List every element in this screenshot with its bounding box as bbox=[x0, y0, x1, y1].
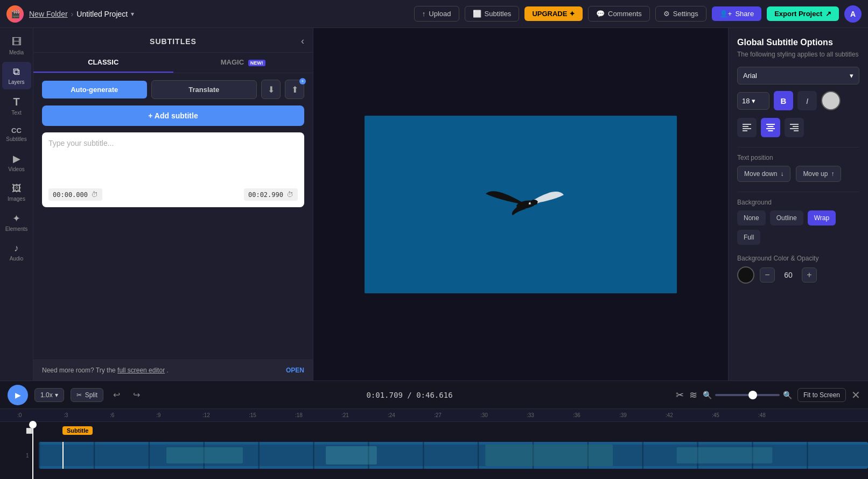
bg-color-opacity-label: Background Color & Opacity bbox=[737, 255, 859, 262]
background-section: Background None Outline Wrap Full bbox=[737, 199, 859, 245]
zoom-in-icon[interactable]: 🔍 bbox=[783, 391, 792, 399]
font-selector[interactable]: Arial ▾ bbox=[737, 67, 859, 84]
time-display: 0:01.709 / 0:46.616 bbox=[150, 391, 669, 399]
zoom-bar: 🔍 🔍 bbox=[703, 391, 792, 399]
redo-button[interactable]: ↪ bbox=[130, 388, 143, 402]
position-row: Move down ↓ Move up ↑ bbox=[737, 166, 859, 182]
timecode-start-icon[interactable]: ⏱ bbox=[91, 191, 98, 199]
upload-icon: ↑ bbox=[422, 10, 426, 18]
tab-magic[interactable]: MAGIC NEW! bbox=[173, 53, 313, 73]
play-button[interactable]: ▶ bbox=[8, 385, 28, 405]
video-track[interactable] bbox=[39, 442, 868, 469]
subtitles-panel: SUBTITLES ‹ CLASSIC MAGIC NEW! Auto-gene… bbox=[33, 28, 313, 381]
settings-button[interactable]: ⚙ Settings bbox=[655, 6, 706, 22]
subtitles-icon: CC bbox=[11, 126, 22, 135]
avatar[interactable]: A bbox=[844, 5, 862, 23]
footer-text: Need more room? Try the full screen edit… bbox=[42, 367, 169, 374]
svg-rect-32 bbox=[166, 447, 243, 463]
svg-rect-8 bbox=[768, 126, 774, 127]
split-icon: ✂ bbox=[76, 391, 82, 399]
zoom-out-icon[interactable]: 🔍 bbox=[703, 391, 712, 399]
comments-button[interactable]: 💬 Comments bbox=[588, 6, 650, 22]
sidebar-item-layers[interactable]: ⧉ Layers bbox=[2, 62, 31, 89]
sidebar-label-layers: Layers bbox=[8, 79, 24, 85]
bg-full-button[interactable]: Full bbox=[737, 230, 760, 245]
bold-button[interactable]: B bbox=[774, 91, 793, 110]
elements-icon: ✦ bbox=[12, 213, 20, 224]
folder-link[interactable]: New Folder bbox=[29, 10, 68, 18]
sidebar-item-media[interactable]: 🎞 Media bbox=[2, 32, 31, 60]
tab-classic[interactable]: CLASSIC bbox=[33, 53, 173, 73]
breadcrumb: New Folder › Untitled Project ▾ bbox=[29, 10, 134, 18]
font-size-selector[interactable]: 18 ▾ bbox=[737, 92, 769, 110]
project-dropdown-chevron[interactable]: ▾ bbox=[131, 10, 134, 18]
import-subtitle-button[interactable]: ⬇ bbox=[261, 80, 281, 99]
text-color-button[interactable] bbox=[821, 91, 841, 110]
subtitles-nav-icon: ⬜ bbox=[473, 10, 481, 18]
ruler-tick: :3 bbox=[64, 409, 110, 421]
close-timeline-button[interactable]: ✕ bbox=[851, 389, 860, 401]
svg-rect-22 bbox=[313, 442, 314, 469]
svg-rect-4 bbox=[743, 126, 748, 127]
bg-outline-button[interactable]: Outline bbox=[770, 210, 803, 226]
export-subtitle-button[interactable]: ⬆ + bbox=[285, 80, 304, 99]
playhead bbox=[62, 442, 64, 469]
zoom-slider[interactable] bbox=[715, 394, 780, 396]
translate-button[interactable]: Translate bbox=[151, 80, 257, 99]
subtitle-text-input[interactable] bbox=[48, 139, 298, 182]
sidebar-item-videos[interactable]: ▶ Videos bbox=[2, 149, 31, 177]
bg-wrap-button[interactable]: Wrap bbox=[808, 210, 836, 226]
ruler-tick: :36 bbox=[573, 409, 619, 421]
subtitles-nav-button[interactable]: ⬜ Subtitles bbox=[465, 6, 520, 22]
align-center-button[interactable] bbox=[761, 118, 780, 137]
sidebar-item-audio[interactable]: ♪ Audio bbox=[2, 238, 31, 266]
move-down-button[interactable]: Move down ↓ bbox=[737, 166, 790, 182]
full-screen-editor-link[interactable]: full screen editor bbox=[117, 367, 165, 374]
upload-icon: ⬆ bbox=[291, 84, 298, 95]
svg-rect-13 bbox=[790, 128, 799, 129]
waveform-icon[interactable]: ≋ bbox=[689, 389, 697, 401]
scissors-icon[interactable]: ✂ bbox=[676, 389, 684, 401]
subtitle-timecodes: 00:00.000 ⏱ 00:02.990 ⏱ bbox=[48, 188, 298, 201]
svg-rect-7 bbox=[766, 124, 775, 125]
audio-icon: ♪ bbox=[14, 243, 19, 254]
upgrade-button[interactable]: UPGRADE ✦ bbox=[524, 6, 583, 21]
svg-rect-34 bbox=[485, 445, 613, 466]
sidebar-item-subtitles[interactable]: CC Subtitles bbox=[2, 122, 31, 146]
divider-2 bbox=[737, 192, 859, 192]
share-button[interactable]: 👤+ Share bbox=[712, 6, 761, 21]
bg-color-picker[interactable] bbox=[737, 266, 754, 284]
size-dropdown-chevron: ▾ bbox=[752, 97, 755, 105]
align-right-button[interactable] bbox=[785, 118, 804, 137]
svg-rect-12 bbox=[793, 126, 799, 127]
sidebar-item-images[interactable]: 🖼 Images bbox=[2, 179, 31, 206]
sidebar-label-videos: Videos bbox=[8, 166, 24, 172]
svg-point-2 bbox=[530, 200, 538, 205]
upload-button[interactable]: ↑ Upload bbox=[414, 6, 459, 22]
undo-button[interactable]: ↩ bbox=[110, 388, 123, 402]
move-up-button[interactable]: Move up ↑ bbox=[796, 166, 841, 182]
sidebar-item-text[interactable]: T Text bbox=[2, 91, 31, 120]
add-subtitle-button[interactable]: + Add subtitle bbox=[42, 105, 304, 126]
timeline-area: :0:3:6:9:12:15:18:21:24:27:30:33:36:39:4… bbox=[0, 409, 868, 479]
align-left-button[interactable] bbox=[737, 118, 757, 137]
project-name: Untitled Project bbox=[76, 10, 128, 18]
fit-to-screen-button[interactable]: Fit to Screen bbox=[797, 388, 846, 402]
font-dropdown-chevron: ▾ bbox=[850, 72, 853, 80]
images-icon: 🖼 bbox=[12, 183, 22, 194]
opacity-decrease-button[interactable]: − bbox=[760, 267, 775, 283]
italic-button[interactable]: I bbox=[797, 91, 817, 110]
autogenerate-button[interactable]: Auto-generate bbox=[42, 81, 147, 98]
panel-close-button[interactable]: ‹ bbox=[301, 36, 304, 47]
opacity-increase-button[interactable]: + bbox=[802, 267, 817, 283]
sidebar-item-elements[interactable]: ✦ Elements bbox=[2, 208, 31, 236]
export-button[interactable]: Export Project ↗ bbox=[767, 6, 839, 21]
open-fullscreen-button[interactable]: OPEN bbox=[286, 367, 304, 374]
bg-none-button[interactable]: None bbox=[737, 210, 766, 226]
split-button[interactable]: ✂ Split bbox=[71, 388, 103, 402]
speed-selector[interactable]: 1.0x ▾ bbox=[34, 388, 64, 402]
subtitle-timeline-chip[interactable]: Subtitle bbox=[62, 426, 93, 435]
plus-badge: + bbox=[299, 78, 306, 84]
timecode-start: 00:00.000 ⏱ bbox=[48, 188, 102, 201]
timecode-end-icon[interactable]: ⏱ bbox=[286, 191, 293, 199]
